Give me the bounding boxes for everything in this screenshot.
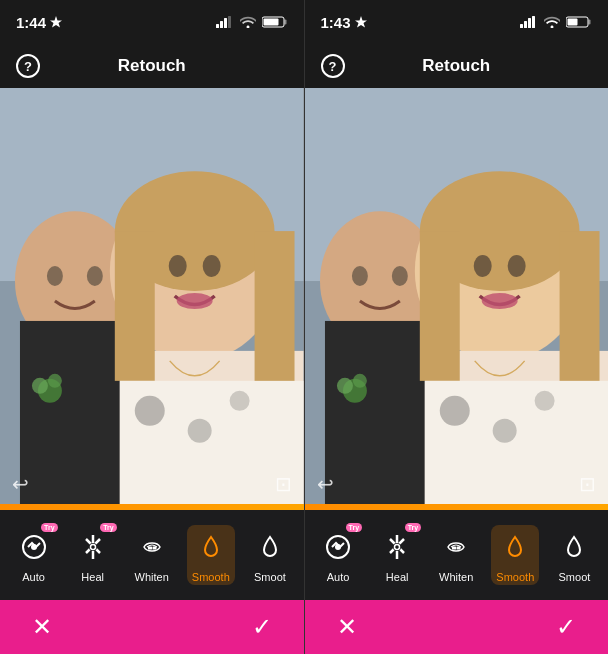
location-icon-right (355, 16, 367, 28)
svg-rect-5 (284, 20, 286, 25)
action-bar-right: ✕ ✓ (305, 600, 609, 654)
tool-auto-left[interactable]: Try Auto (10, 527, 58, 583)
svg-point-17 (87, 266, 103, 286)
svg-rect-51 (419, 231, 459, 381)
smooth2-label-left: Smoot (254, 571, 286, 583)
heal-svg-right (383, 533, 411, 561)
crop-button-left[interactable]: ⊡ (275, 472, 292, 496)
tool-smooth2-left[interactable]: Smoot (246, 527, 294, 583)
title-bar-right: ? Retouch (305, 44, 609, 88)
toolbar-right: Try Auto Try Heal (305, 510, 609, 600)
help-button-left[interactable]: ? (16, 54, 40, 78)
svg-point-16 (47, 266, 63, 286)
smooth-icon-left (191, 527, 231, 567)
photo-left (0, 88, 304, 504)
smooth-label-right: Smooth (496, 571, 534, 583)
auto-label-left: Auto (22, 571, 45, 583)
tool-whiten-right[interactable]: Whiten (432, 527, 480, 583)
svg-rect-3 (228, 16, 231, 28)
status-bar-right: 1:43 (305, 0, 609, 44)
right-panel: 1:43 (305, 0, 609, 654)
toolbar-left: Try Auto Try Heal (0, 510, 304, 600)
signal-icon-right (520, 16, 538, 28)
svg-point-22 (32, 378, 48, 394)
svg-point-57 (481, 293, 517, 309)
tool-whiten-left[interactable]: Whiten (128, 527, 176, 583)
wifi-icon-right (544, 16, 560, 28)
auto-svg-left (20, 533, 48, 561)
left-panel: 1:44 (0, 0, 304, 654)
svg-point-54 (391, 266, 407, 286)
svg-rect-42 (589, 20, 591, 25)
svg-point-64 (534, 391, 554, 411)
tool-auto-right[interactable]: Try Auto (314, 527, 362, 583)
tool-heal-right[interactable]: Try Heal (373, 527, 421, 583)
svg-point-27 (230, 391, 250, 411)
svg-point-60 (352, 374, 366, 388)
photo-right (305, 88, 609, 504)
confirm-button-left[interactable]: ✓ (252, 613, 272, 641)
svg-rect-73 (457, 547, 461, 550)
status-bar-left: 1:44 (0, 0, 304, 44)
svg-point-62 (439, 396, 469, 426)
svg-rect-6 (263, 19, 278, 26)
title-right: Retouch (422, 56, 490, 76)
try-badge-heal-left: Try (100, 523, 117, 532)
photo-area-left: ↩ ⊡ (0, 88, 304, 504)
smooth-icon-right (495, 527, 535, 567)
tool-smooth-right[interactable]: Smooth (491, 525, 539, 585)
crop-button-right[interactable]: ⊡ (579, 472, 596, 496)
smooth-svg-left (197, 533, 225, 561)
whiten-icon-right (436, 527, 476, 567)
svg-point-56 (507, 255, 525, 277)
location-icon-left (50, 16, 62, 28)
svg-point-66 (335, 544, 341, 550)
smooth2-icon-right (554, 527, 594, 567)
try-badge-auto-right: Try (346, 523, 363, 532)
svg-rect-10 (20, 321, 130, 504)
heal-svg-left (79, 533, 107, 561)
smooth2-label-right: Smoot (559, 571, 591, 583)
whiten-svg-left (138, 533, 166, 561)
tool-heal-left[interactable]: Try Heal (69, 527, 117, 583)
action-bar-left: ✕ ✓ (0, 600, 304, 654)
svg-rect-2 (224, 18, 227, 28)
svg-rect-40 (532, 16, 535, 28)
smooth2-svg-left (256, 533, 284, 561)
cancel-button-right[interactable]: ✕ (337, 613, 357, 641)
tool-smooth-left[interactable]: Smooth (187, 525, 235, 585)
time-right: 1:43 (321, 14, 367, 31)
try-badge-heal-right: Try (405, 523, 422, 532)
undo-button-right[interactable]: ↩ (317, 472, 334, 496)
title-left: Retouch (118, 56, 186, 76)
smooth2-icon-left (250, 527, 290, 567)
whiten-label-left: Whiten (135, 571, 169, 583)
auto-label-right: Auto (327, 571, 350, 583)
svg-point-25 (135, 396, 165, 426)
heal-icon-right: Try (377, 527, 417, 567)
battery-icon-left (262, 16, 288, 28)
auto-icon-right: Try (318, 527, 358, 567)
smooth-label-left: Smooth (192, 571, 230, 583)
cancel-button-left[interactable]: ✕ (32, 613, 52, 641)
confirm-button-right[interactable]: ✓ (556, 613, 576, 641)
heal-icon-left: Try (73, 527, 113, 567)
status-icons-right (520, 16, 592, 28)
status-icons-left (216, 16, 288, 28)
help-button-right[interactable]: ? (321, 54, 345, 78)
tool-smooth2-right[interactable]: Smoot (550, 527, 598, 583)
heal-label-right: Heal (386, 571, 409, 583)
smooth-svg-right (501, 533, 529, 561)
photo-area-right: ↩ ⊡ (305, 88, 609, 504)
whiten-icon-left (132, 527, 172, 567)
svg-point-19 (203, 255, 221, 277)
undo-button-left[interactable]: ↩ (12, 472, 29, 496)
svg-point-63 (492, 419, 516, 443)
svg-point-18 (169, 255, 187, 277)
title-bar-left: ? Retouch (0, 44, 304, 88)
svg-point-26 (188, 419, 212, 443)
svg-point-23 (48, 374, 62, 388)
svg-rect-35 (148, 547, 152, 550)
signal-icon-left (216, 16, 234, 28)
svg-rect-39 (528, 18, 531, 28)
